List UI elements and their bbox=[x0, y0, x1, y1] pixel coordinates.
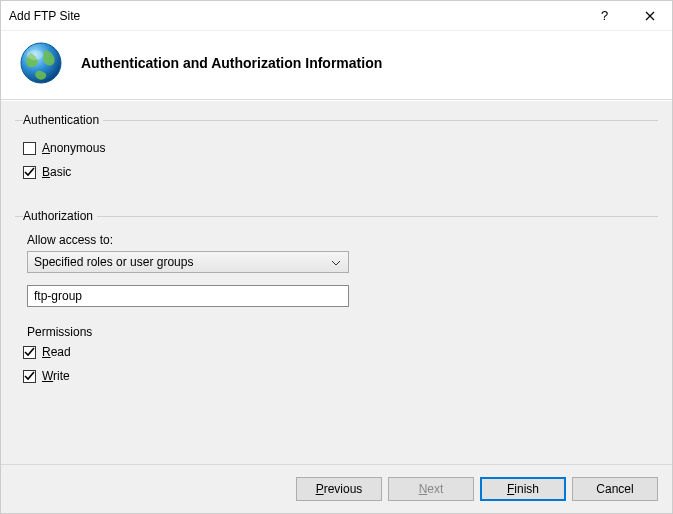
previous-button[interactable]: Previous bbox=[296, 477, 382, 501]
write-row[interactable]: Write bbox=[23, 367, 650, 385]
write-checkbox[interactable] bbox=[23, 370, 36, 383]
content-area: Authentication Anonymous Basic Authoriza… bbox=[1, 100, 672, 464]
anonymous-row[interactable]: Anonymous bbox=[23, 139, 650, 157]
next-button: Next bbox=[388, 477, 474, 501]
basic-row[interactable]: Basic bbox=[23, 163, 650, 181]
read-label: Read bbox=[42, 345, 71, 359]
wizard-footer: Previous Next Finish Cancel bbox=[1, 464, 672, 513]
allow-access-label: Allow access to: bbox=[27, 233, 650, 247]
cancel-button[interactable]: Cancel bbox=[572, 477, 658, 501]
titlebar: Add FTP Site ? bbox=[1, 1, 672, 31]
checkmark-icon bbox=[24, 167, 35, 178]
read-row[interactable]: Read bbox=[23, 343, 650, 361]
anonymous-checkbox[interactable] bbox=[23, 142, 36, 155]
authorization-legend: Authorization bbox=[23, 209, 97, 223]
allow-access-select[interactable]: Specified roles or user groups bbox=[27, 251, 349, 273]
permissions-label: Permissions bbox=[27, 325, 650, 339]
read-checkbox[interactable] bbox=[23, 346, 36, 359]
page-title: Authentication and Authorization Informa… bbox=[81, 55, 382, 71]
globe-icon bbox=[19, 41, 63, 85]
write-label: Write bbox=[42, 369, 70, 383]
roles-input[interactable]: ftp-group bbox=[27, 285, 349, 307]
authentication-legend: Authentication bbox=[23, 113, 103, 127]
checkmark-icon bbox=[24, 371, 35, 382]
window-title: Add FTP Site bbox=[9, 9, 582, 23]
roles-input-value: ftp-group bbox=[34, 289, 82, 303]
anonymous-label: Anonymous bbox=[42, 141, 105, 155]
finish-button[interactable]: Finish bbox=[480, 477, 566, 501]
authorization-group: Authorization Allow access to: Specified… bbox=[15, 209, 658, 391]
wizard-header: Authentication and Authorization Informa… bbox=[1, 31, 672, 100]
checkmark-icon bbox=[24, 347, 35, 358]
help-button[interactable]: ? bbox=[582, 1, 627, 31]
authentication-group: Authentication Anonymous Basic bbox=[15, 113, 658, 187]
allow-access-value: Specified roles or user groups bbox=[34, 255, 193, 269]
svg-point-1 bbox=[27, 50, 43, 60]
close-button[interactable] bbox=[627, 1, 672, 31]
chevron-down-icon bbox=[328, 255, 344, 269]
close-icon bbox=[645, 11, 655, 21]
basic-checkbox[interactable] bbox=[23, 166, 36, 179]
basic-label: Basic bbox=[42, 165, 71, 179]
